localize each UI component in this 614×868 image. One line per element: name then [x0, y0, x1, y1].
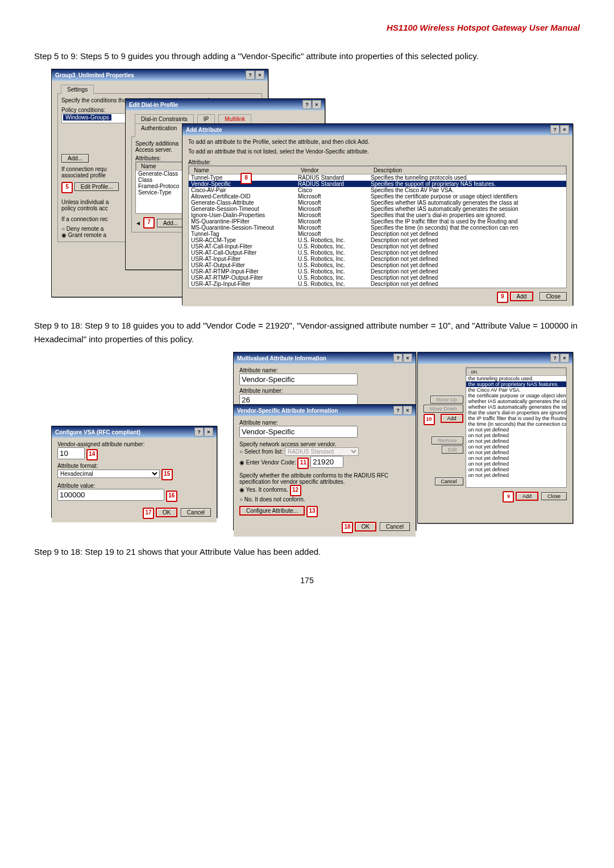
help-icon[interactable]: ?	[246, 70, 255, 80]
close-icon[interactable]: ×	[403, 406, 412, 415]
attr-row[interactable]: Tunnel-TagMicrosoftDescription not yet d…	[189, 231, 566, 237]
fmt-select[interactable]: Hexadecimal	[57, 470, 160, 478]
vsai-ok-button[interactable]: OK	[355, 522, 376, 531]
help-icon[interactable]: ?	[550, 125, 559, 134]
window-controls-3: ?×	[550, 125, 569, 134]
tab-dial[interactable]: Dial-in Constraints	[135, 114, 194, 123]
enter-vendor-label: Enter Vendor Code:	[246, 459, 296, 466]
add-selected-button[interactable]: Add	[510, 292, 534, 301]
right-row: on not yet defined	[466, 444, 566, 450]
window-controls-2: ?×	[302, 100, 321, 109]
movedown-button: Move Down	[424, 405, 463, 413]
cfgvsa-cancel-button[interactable]: Cancel	[181, 508, 211, 517]
vsai-title-text: Vendor-Specific Attribute Information	[237, 408, 338, 414]
intro-para-3: Step 9 to 18: Step 19 to 21 shows that y…	[34, 545, 580, 559]
help-icon[interactable]: ?	[194, 427, 204, 437]
vendor-code-input[interactable]	[310, 456, 343, 468]
mark-5: 5	[61, 182, 73, 193]
attr-row[interactable]: USR-AT-Call-Input-FilterU.S. Robotics, I…	[189, 243, 566, 250]
right-row: on not yet defined	[466, 472, 566, 478]
right-close-button[interactable]: Close	[541, 492, 567, 500]
attr-row[interactable]: USR-AT-RTMP-Output-FilterU.S. Robotics, …	[189, 275, 566, 281]
tab-multilink[interactable]: Multilink	[218, 114, 251, 123]
select-from-list: RADIUS Standard	[285, 447, 359, 456]
attr-row[interactable]: Ignore-User-Dialin-PropertiesMicrosoftSp…	[189, 212, 566, 218]
close-icon[interactable]: ×	[204, 427, 213, 437]
mv-attrname-label: Attribute name:	[239, 367, 410, 373]
props-title: Group3_Unlimited Properties ?×	[52, 69, 268, 81]
right-row: on not yet defined	[466, 433, 566, 438]
fmt-label: Attribute format:	[57, 463, 211, 469]
close-icon[interactable]: ×	[560, 125, 569, 134]
mark-12: 12	[290, 485, 301, 496]
cfgvsa-ok-button[interactable]: OK	[156, 508, 177, 517]
tab-settings[interactable]: Settings	[61, 85, 94, 94]
attr-add-button[interactable]: Add...	[157, 219, 184, 227]
right-row: the certificate purpose or usage object …	[466, 393, 566, 398]
attr-row[interactable]: USR-AT-Call-Output-FilterU.S. Robotics, …	[189, 250, 566, 256]
close-button[interactable]: Close	[540, 292, 567, 301]
right-row: the IP traffic filter that is used by th…	[466, 416, 566, 421]
attr-row[interactable]: USR-AT-RTMP-Input-FilterU.S. Robotics, I…	[189, 268, 566, 275]
close-icon[interactable]: ×	[312, 100, 321, 109]
right-row: the support of proprietary NAS features.	[466, 381, 566, 387]
radio-deny[interactable]: ○	[61, 226, 65, 232]
help-icon[interactable]: ?	[302, 100, 312, 109]
radio-grant[interactable]: ◉	[61, 232, 67, 238]
attr-row[interactable]: Generate-Session-TimeoutMicrosoftSpecifi…	[189, 206, 566, 212]
select-from-label: Select from list:	[244, 448, 283, 455]
vsai-spec2: Specify whether the attribute conforms t…	[239, 472, 410, 485]
close-icon[interactable]: ×	[403, 354, 412, 363]
add-cond-button[interactable]: Add...	[61, 154, 89, 163]
attr-row[interactable]: USR-AT-Output-FilterU.S. Robotics, Inc.D…	[189, 262, 566, 268]
mark-15: 15	[161, 469, 173, 480]
radio-select-from[interactable]: ○	[239, 448, 243, 455]
edit-profile-button[interactable]: Edit Profile...	[74, 182, 119, 191]
attr-row[interactable]: Generate-Class-AttributeMicrosoftSpecifi…	[189, 200, 566, 206]
tab-ip[interactable]: IP	[197, 114, 215, 123]
vsai-cancel-button[interactable]: Cancel	[380, 522, 410, 531]
right-row: whether IAS automatically generates the …	[466, 398, 566, 404]
tab-auth[interactable]: Authentication	[135, 123, 183, 137]
right-row: the time (in seconds) that the connectio…	[466, 421, 566, 427]
close-icon[interactable]: ×	[560, 354, 569, 363]
screenshot-2: Configure VSA (RFC compliant) ?× Vendor-…	[51, 352, 574, 534]
attr-row[interactable]: Allowed-Certificate-OIDMicrosoftSpecifie…	[189, 193, 566, 200]
help-icon[interactable]: ?	[550, 354, 559, 363]
deny-label: Deny remote a	[67, 226, 104, 232]
attr-row[interactable]: MS-Quarantine-IPFilterMicrosoftSpecifies…	[189, 218, 566, 225]
mv-add-button[interactable]: Add	[441, 414, 463, 423]
mv-attrnum-label: Attribute number:	[239, 388, 410, 394]
right-row: on not yet defined	[466, 438, 566, 444]
help-icon[interactable]: ?	[393, 406, 403, 415]
val-input[interactable]	[57, 489, 164, 501]
attr-row[interactable]: Cisco-AV-PairCiscoSpecifies the Cisco AV…	[189, 187, 566, 193]
col-desc: Description	[371, 167, 563, 173]
attr-row[interactable]: USR-AT-Zip-Input-FilterU.S. Robotics, In…	[189, 281, 566, 287]
scroll-left[interactable]: ◄	[135, 220, 141, 226]
van-input[interactable]	[57, 447, 85, 459]
attr-row[interactable]: USR-AT-Input-FilterU.S. Robotics, Inc.De…	[189, 256, 566, 262]
window-controls: ?×	[246, 70, 264, 80]
configure-attribute-button[interactable]: Configure Attribute...	[239, 506, 305, 516]
radio-enter-vendor[interactable]: ◉	[239, 459, 244, 466]
help-icon[interactable]: ?	[393, 354, 403, 363]
radio-conforms-yes[interactable]: ◉	[239, 487, 244, 493]
close-icon[interactable]: ×	[255, 70, 264, 80]
right-add-button[interactable]: Add	[516, 492, 538, 501]
mv-cancel-button[interactable]: Cancel	[435, 477, 463, 485]
right-row: that the user's dial-in properties are i…	[466, 410, 566, 416]
radio-conforms-no[interactable]: ○	[239, 496, 243, 502]
windows-groups[interactable]: Windows-Groups	[63, 114, 111, 121]
attribute-label: Attribute:	[188, 159, 567, 165]
moveup-button: Move Up	[430, 396, 463, 404]
add-attr-line2: To add an attribute that is not listed, …	[188, 148, 567, 155]
mark-13: 13	[306, 506, 318, 517]
intro-para-2: Step 9 to 18: Step 9 to 18 guides you to…	[34, 319, 580, 346]
attr-row[interactable]: USR-ACCM-TypeU.S. Robotics, Inc.Descript…	[189, 237, 566, 243]
attr-row[interactable]: MS-Quarantine-Session-TimeoutMicrosoftSp…	[189, 225, 566, 231]
mark-14: 14	[86, 449, 98, 460]
edit-title-text: Edit Dial-in Profile	[129, 102, 178, 108]
mark-16: 16	[166, 491, 177, 502]
mark-9: 9	[497, 292, 508, 303]
